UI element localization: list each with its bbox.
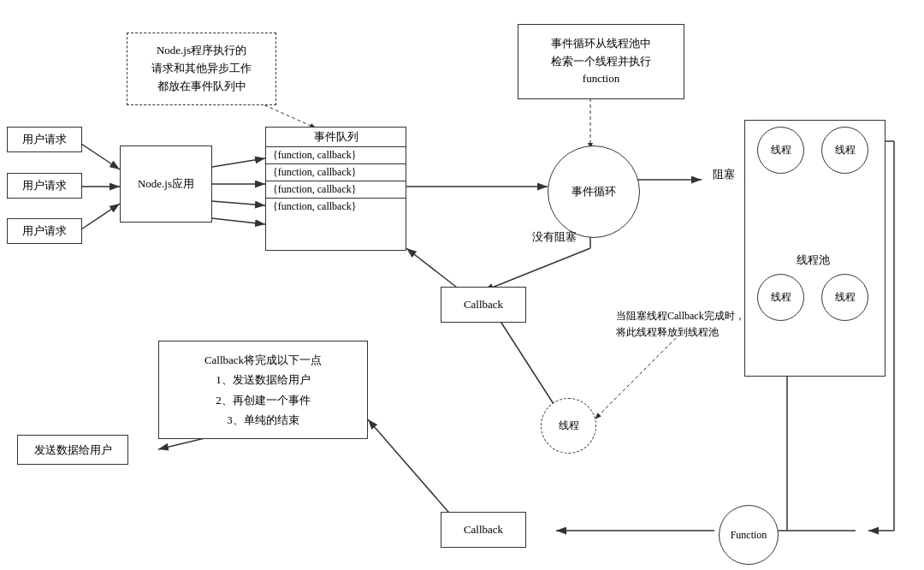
thread-pool-label: 线程池 bbox=[785, 252, 841, 268]
user-request-2: 用户请求 bbox=[7, 173, 82, 199]
function-circle: Function bbox=[719, 505, 779, 565]
svg-line-4 bbox=[81, 204, 120, 229]
svg-line-2 bbox=[81, 144, 120, 169]
event-queue-title: 事件队列 bbox=[266, 128, 406, 147]
user-request-3: 用户请求 bbox=[7, 218, 82, 244]
svg-line-17 bbox=[595, 338, 676, 419]
svg-line-5 bbox=[212, 158, 265, 167]
svg-line-8 bbox=[212, 218, 265, 224]
user-request-1: 用户请求 bbox=[7, 127, 82, 152]
thread-circle-1: 线程 bbox=[757, 127, 804, 174]
dashed-thread-circle: 线程 bbox=[541, 398, 596, 454]
svg-line-14 bbox=[483, 248, 590, 291]
thread-circle-2: 线程 bbox=[821, 127, 868, 174]
svg-line-7 bbox=[212, 201, 265, 205]
queue-row-2: {function, callback} bbox=[266, 164, 406, 181]
blocking-callback-note: 当阻塞线程Callback完成时， 将此线程释放到线程池 bbox=[616, 308, 774, 341]
callback-box-2: Callback bbox=[441, 512, 526, 548]
send-data-box: 发送数据给用户 bbox=[17, 435, 128, 465]
note1-box: Node.js程序执行的 请求和其他异步工作 都放在事件队列中 bbox=[127, 33, 276, 105]
queue-row-1: {function, callback} bbox=[266, 147, 406, 164]
nodejs-app: Node.js应用 bbox=[120, 145, 212, 223]
no-blocking-label: 没有阻塞 bbox=[522, 229, 586, 248]
queue-row-4: {function, callback} bbox=[266, 199, 406, 215]
thread-circle-4: 线程 bbox=[821, 274, 868, 321]
callback-box-1: Callback bbox=[441, 287, 526, 323]
blocking-label: 阻塞 bbox=[702, 167, 746, 187]
event-loop-circle: 事件循环 bbox=[548, 145, 640, 238]
note2-box: 事件循环从线程池中 检索一个线程并执行 function bbox=[518, 24, 684, 99]
queue-row-3: {function, callback} bbox=[266, 181, 406, 199]
event-queue: 事件队列 {function, callback} {function, cal… bbox=[265, 127, 406, 251]
diagram: 用户请求 用户请求 用户请求 Node.js应用 Node.js程序执行的 请求… bbox=[0, 0, 924, 570]
svg-line-28 bbox=[368, 419, 453, 518]
callback-note-box: Callback将完成以下一点 1、发送数据给用户 2、再创建一个事件 3、单纯… bbox=[158, 341, 368, 439]
